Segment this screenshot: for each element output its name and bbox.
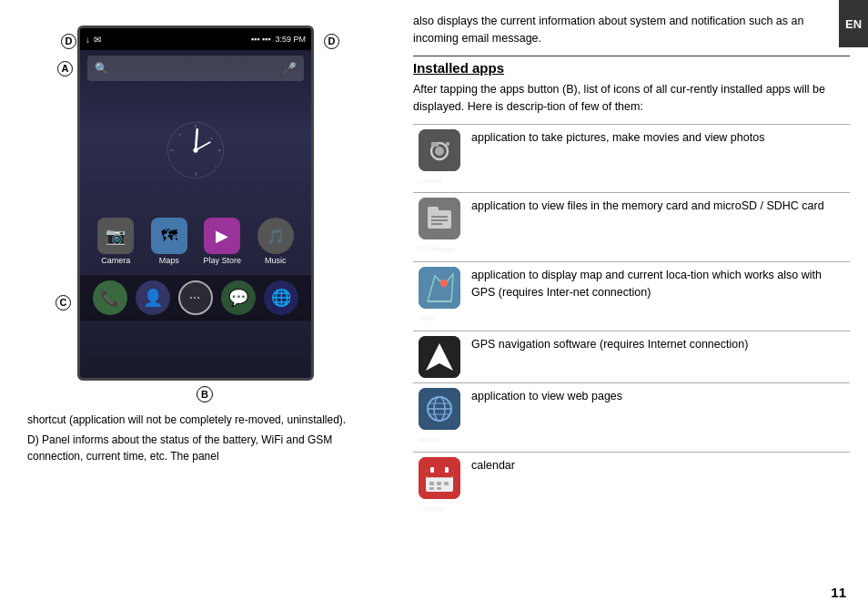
svg-line-1 [196, 129, 197, 150]
svg-point-9 [211, 137, 213, 139]
bottom-dock: 📞 👤 ⋯ 💬 🌐 [80, 274, 311, 321]
svg-rect-19 [428, 207, 439, 212]
download-icon: ↓ [86, 35, 90, 45]
svg-rect-15 [431, 142, 439, 147]
svg-rect-44 [429, 487, 434, 490]
intro-text: also displays the current information ab… [413, 13, 850, 48]
mic-icon: 🎤 [283, 62, 297, 75]
app-icon-browser [419, 388, 460, 430]
app-icon-cell-3 [413, 331, 466, 382]
app-icon-maps [419, 267, 460, 309]
app-row-navigation: GPS navigation software (requires Intern… [413, 331, 850, 382]
app-icon-cell-0: Camera [413, 124, 466, 193]
app-icon-file-manager [419, 198, 460, 239]
app-maps[interactable]: 🗺 Maps [146, 218, 193, 265]
status-icons-left: ↓ ✉ [86, 35, 101, 45]
clock-area [80, 87, 311, 214]
dock-contacts[interactable]: 👤 [136, 280, 170, 315]
search-icon: 🔍 [95, 62, 108, 75]
app-icon-label-2: Maps [419, 315, 434, 321]
label-d-left: D [61, 33, 76, 49]
svg-rect-43 [444, 482, 449, 485]
app-maps-label: Maps [159, 256, 179, 265]
svg-point-8 [179, 134, 181, 136]
app-icon-label-4: Browser [419, 436, 442, 443]
dock-apps-button[interactable]: ⋯ [178, 280, 213, 315]
svg-rect-42 [437, 482, 441, 485]
email-icon: ✉ [94, 35, 101, 45]
left-panel: D D A C ↓ ✉ ▪▪▪ ▪▪▪ 3:59 PM [0, 0, 400, 611]
app-icon-label-5: Calendar [419, 505, 444, 512]
app-icon-cell-5: Calendar [413, 452, 466, 520]
section-title: Installed apps [413, 60, 850, 76]
app-row-maps: Mapsapplication to display map and curre… [413, 262, 850, 331]
phone-screen: ↓ ✉ ▪▪▪ ▪▪▪ 3:59 PM 🔍 🎤 [77, 25, 314, 381]
svg-rect-37 [426, 470, 453, 477]
app-icon-camera [419, 129, 460, 171]
app-playstore[interactable]: ▶ Play Store [198, 218, 246, 265]
app-icons-row: 📷 Camera 🗺 Maps ▶ Play Store [80, 214, 311, 269]
search-bar[interactable]: 🔍 🎤 [87, 56, 304, 81]
svg-rect-41 [429, 482, 434, 485]
label-b: B [197, 386, 213, 402]
app-row-camera: Cameraapplication to take pictures, make… [413, 124, 850, 193]
app-desc-cell-2: application to display map and current l… [466, 262, 850, 331]
right-panel: EN also displays the current information… [400, 0, 868, 611]
app-row-calendar: Calendarcalendar [413, 452, 850, 520]
dock-messages[interactable]: 💬 [221, 280, 256, 315]
label-b-container: B [27, 386, 382, 402]
app-icon-cell-2: Maps [413, 262, 466, 331]
section-desc: After tapping the apps button (B), list … [413, 81, 850, 117]
label-c: C [56, 294, 71, 311]
svg-point-10 [175, 161, 176, 162]
en-badge: EN [839, 0, 868, 47]
dock-phone[interactable]: 📞 [93, 280, 127, 315]
svg-point-3 [193, 148, 197, 152]
app-row-browser: Browserapplication to view web pages [413, 382, 850, 452]
svg-rect-39 [430, 467, 434, 473]
app-icon-label-0: Camera [419, 178, 441, 184]
app-icon-calendar [419, 457, 460, 499]
label-a: A [57, 60, 73, 76]
svg-rect-23 [419, 267, 460, 309]
bottom-description: shortcut (application will not be comple… [27, 412, 382, 464]
app-desc-cell-5: calendar [466, 452, 850, 520]
app-desc-cell-0: application to take pictures, make movie… [466, 124, 850, 193]
app-icon-navigation [419, 336, 460, 378]
dock-browser[interactable]: 🌐 [264, 280, 298, 315]
svg-rect-45 [437, 487, 441, 490]
svg-point-11 [215, 166, 216, 167]
app-row-file-manager: File Managerapplication to view files in… [413, 193, 850, 262]
app-music[interactable]: 🎵 Music [252, 218, 299, 265]
app-icon-label-1: File Manager [419, 246, 456, 252]
panel-description: Panel informs about the status of the ba… [27, 433, 332, 463]
apps-table: Cameraapplication to take pictures, make… [413, 124, 850, 521]
panel-text: D) Panel informs about the status of the… [27, 432, 382, 464]
svg-rect-21 [431, 219, 448, 221]
svg-rect-22 [431, 223, 442, 225]
app-icon-cell-4: Browser [413, 382, 466, 452]
phone-container: D D A C ↓ ✉ ▪▪▪ ▪▪▪ 3:59 PM [77, 25, 332, 381]
app-camera[interactable]: 📷 Camera [92, 218, 139, 265]
divider-top [413, 56, 850, 56]
d-prefix: D) [27, 433, 39, 446]
app-desc-cell-1: application to view files in the memory … [466, 193, 850, 262]
app-camera-label: Camera [101, 256, 130, 265]
app-icon-cell-1: File Manager [413, 193, 466, 262]
svg-point-26 [440, 280, 448, 287]
page-number: 11 [831, 585, 846, 600]
svg-point-14 [435, 147, 444, 156]
clock-svg [164, 118, 227, 182]
app-desc-cell-3: GPS navigation software (requires Intern… [466, 331, 850, 382]
shortcut-text: shortcut (application will not be comple… [27, 412, 382, 428]
svg-rect-20 [431, 216, 448, 218]
svg-rect-40 [445, 467, 449, 473]
app-desc-cell-4: application to view web pages [466, 382, 850, 452]
svg-rect-16 [446, 142, 449, 146]
app-music-label: Music [265, 256, 287, 265]
label-d-right: D [324, 33, 339, 49]
app-playstore-label: Play Store [203, 256, 241, 265]
status-bar: ↓ ✉ ▪▪▪ ▪▪▪ 3:59 PM [80, 28, 311, 50]
svg-line-2 [196, 142, 210, 150]
status-time: ▪▪▪ ▪▪▪ 3:59 PM [251, 35, 306, 44]
